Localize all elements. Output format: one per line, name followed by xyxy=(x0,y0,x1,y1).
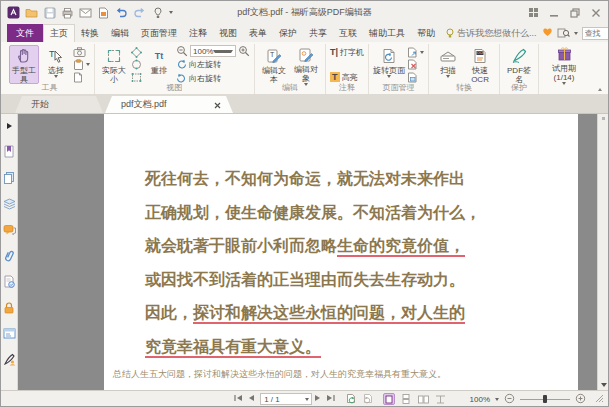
comments-icon[interactable] xyxy=(3,223,16,236)
close-icon[interactable] xyxy=(590,7,602,18)
status-zoom-in-icon[interactable] xyxy=(575,393,586,406)
typewriter-button[interactable]: T|打字机 xyxy=(330,46,364,58)
heart-icon[interactable] xyxy=(542,27,553,39)
rotate-left-label: 向左旋转 xyxy=(189,59,221,70)
find-box[interactable] xyxy=(582,27,609,40)
clipboard-icon xyxy=(73,59,84,70)
facing-view-icon[interactable] xyxy=(417,393,429,405)
rotate-view-right-icon[interactable] xyxy=(362,393,374,406)
tab-view[interactable]: 视图 xyxy=(213,24,243,42)
continuous-view-icon[interactable] xyxy=(400,393,412,405)
first-page-icon[interactable] xyxy=(234,394,243,404)
tab-accessibility[interactable]: 辅助工具 xyxy=(363,24,411,42)
rotate-left-button[interactable]: 向左旋转 xyxy=(176,59,250,71)
form-fields-icon[interactable] xyxy=(3,327,16,340)
highlight-label: 高亮 xyxy=(342,72,358,83)
continuous-facing-view-icon[interactable] xyxy=(434,393,446,405)
group-view: 实际大小 Tt 重排 100% 向左旋转 向右旋转 视图 xyxy=(95,44,255,94)
zoom-slider[interactable] xyxy=(520,395,570,404)
pdf-sign-button[interactable]: PDF签名 xyxy=(504,45,534,84)
select-tool-button[interactable]: T 选择 xyxy=(41,45,71,84)
insert-page-button[interactable] xyxy=(407,46,424,58)
view-shapes-column xyxy=(131,45,142,84)
delete-page-button[interactable] xyxy=(407,59,424,71)
single-page-view-icon[interactable] xyxy=(383,393,395,405)
tab-connect[interactable]: 互联 xyxy=(333,24,363,42)
stamp-sign-icon[interactable] xyxy=(3,353,16,366)
tab-edit[interactable]: 编辑 xyxy=(105,24,135,42)
share-doc-icon[interactable] xyxy=(97,6,110,19)
snapshot-button[interactable] xyxy=(73,46,90,58)
minimize-icon[interactable] xyxy=(548,7,560,18)
rotate-view-cluster xyxy=(345,393,374,406)
tab-organize[interactable]: 页面管理 xyxy=(135,24,183,42)
svg-text:OCR: OCR xyxy=(477,51,485,55)
email-icon[interactable] xyxy=(79,6,92,19)
hand-tool-button[interactable]: 手型工具 xyxy=(9,45,39,84)
security-icon[interactable] xyxy=(3,301,16,314)
scroll-down-icon[interactable] xyxy=(601,383,607,387)
page-input-chevron-icon[interactable] xyxy=(305,398,309,401)
doc-tab-start[interactable]: 开始 xyxy=(15,96,103,113)
ribbon-toolbar: 手型工具 T 选择 工具 实际大小 xyxy=(1,42,608,95)
group-convert-label: 转换 xyxy=(429,82,499,93)
doc-tab-close-icon[interactable] xyxy=(214,101,221,111)
next-page-icon[interactable] xyxy=(314,394,321,404)
restore-icon[interactable] xyxy=(569,7,581,18)
bookmarks-icon[interactable] xyxy=(3,145,16,158)
zoom-select[interactable]: 100% xyxy=(190,45,236,57)
vertical-scrollbar[interactable] xyxy=(597,114,608,390)
search-mode-chevron-icon[interactable] xyxy=(574,32,578,35)
tool-dropdown-icon[interactable] xyxy=(151,6,164,19)
find-input[interactable] xyxy=(585,29,609,38)
tell-me-box[interactable]: 告诉我您想做什么... xyxy=(441,24,542,42)
status-zoom-out-icon[interactable] xyxy=(504,393,515,406)
tab-file[interactable]: 文件 xyxy=(7,24,43,42)
previous-page-icon[interactable] xyxy=(248,394,255,404)
tab-help[interactable]: 帮助 xyxy=(411,24,441,42)
tab-protect[interactable]: 保护 xyxy=(273,24,303,42)
clipboard-button[interactable] xyxy=(73,59,90,71)
attachments-icon[interactable] xyxy=(3,249,16,262)
doc-tab-document[interactable]: pdf文档.pdf xyxy=(105,96,233,113)
layout-grid-icon[interactable] xyxy=(527,7,539,18)
quick-ocr-button[interactable]: OCR 快速OCR xyxy=(465,45,495,84)
zoom-slider-handle[interactable] xyxy=(543,395,547,403)
last-page-icon[interactable] xyxy=(326,394,335,404)
zoom-in-icon[interactable] xyxy=(238,45,250,57)
digital-signatures-icon[interactable] xyxy=(3,275,16,288)
undo-icon[interactable] xyxy=(115,6,128,19)
document-area[interactable]: 死往何去，不知何为命运，就无法对未来作出正确规划，使生命健康发展。不知活着为什么… xyxy=(18,114,608,390)
tab-convert[interactable]: 转换 xyxy=(75,24,105,42)
status-zoom-chevron-icon[interactable] xyxy=(495,398,499,401)
print-icon[interactable] xyxy=(61,6,74,19)
redo-icon[interactable] xyxy=(133,6,146,19)
tab-comment[interactable]: 注释 xyxy=(183,24,213,42)
doc-tab-label: pdf文档.pdf xyxy=(121,98,167,111)
pdf-page[interactable]: 死往何去，不知何为命运，就无法对未来作出正确规划，使生命健康发展。不知活着为什么… xyxy=(104,114,578,390)
reflow-button[interactable]: Tt 重排 xyxy=(144,45,174,84)
open-folder-icon[interactable] xyxy=(25,6,38,19)
rotate-view-left-icon[interactable] xyxy=(345,393,357,406)
tab-form[interactable]: 表单 xyxy=(243,24,273,42)
edit-object-button[interactable]: 编辑对象 xyxy=(291,45,321,84)
tab-share[interactable]: 共享 xyxy=(303,24,333,42)
tab-home[interactable]: 主页 xyxy=(43,24,75,42)
page-thumbnails-icon[interactable] xyxy=(3,171,16,184)
rotate-pages-button[interactable]: 旋转页面 xyxy=(373,45,405,84)
zoom-out-icon[interactable] xyxy=(176,45,188,57)
resize-grip[interactable] xyxy=(595,394,604,405)
actual-size-button[interactable]: 实际大小 xyxy=(99,45,129,84)
search-mode-icon[interactable] xyxy=(557,27,570,40)
gift-icon xyxy=(557,47,572,62)
trial-button[interactable]: 试用期 (1/14) xyxy=(543,45,585,84)
sidebar-expand-icon[interactable] xyxy=(3,119,16,132)
qat-customize-icon[interactable] xyxy=(169,11,173,14)
save-icon[interactable] xyxy=(43,6,56,19)
fit-page-button[interactable] xyxy=(131,59,142,71)
edit-text-button[interactable]: T 编辑文本 xyxy=(259,45,289,84)
ribbon-collapse-icon[interactable] xyxy=(598,88,602,91)
fit-width-button[interactable] xyxy=(131,46,142,58)
layers-icon[interactable] xyxy=(3,197,16,210)
scan-button[interactable]: 扫描 xyxy=(433,45,463,84)
